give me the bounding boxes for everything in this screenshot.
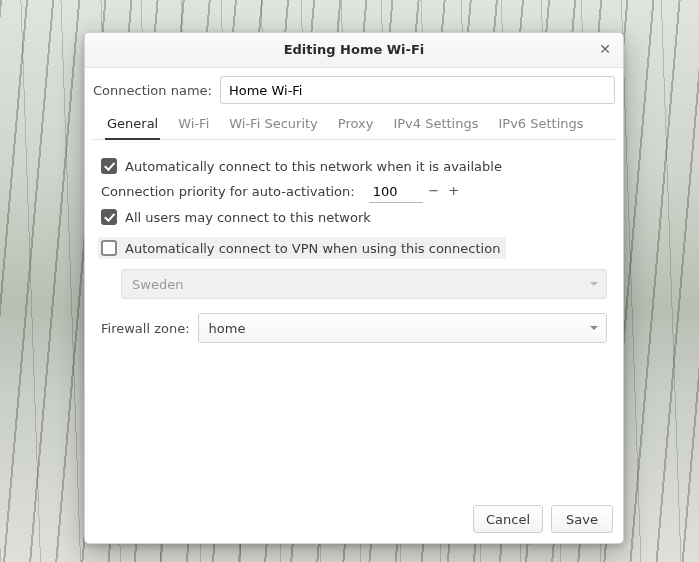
dialog-footer: Cancel Save — [85, 497, 623, 543]
priority-stepper: − + — [369, 180, 463, 203]
auto-connect-checkbox[interactable] — [101, 158, 117, 174]
plus-icon: + — [448, 183, 459, 198]
vpn-select: Sweden — [121, 269, 607, 299]
titlebar: Editing Home Wi-Fi ✕ — [85, 33, 623, 68]
priority-decrement[interactable]: − — [425, 183, 443, 201]
vpn-auto-row: Automatically connect to VPN when using … — [98, 237, 506, 259]
window-title: Editing Home Wi-Fi — [284, 42, 425, 57]
minus-icon: − — [428, 183, 439, 198]
firewall-select-value: home — [209, 321, 246, 336]
caret-down-icon — [590, 282, 598, 286]
save-button[interactable]: Save — [551, 505, 613, 533]
cancel-button[interactable]: Cancel — [473, 505, 543, 533]
tab-ipv4[interactable]: IPv4 Settings — [391, 110, 480, 140]
tab-wifi[interactable]: Wi-Fi — [176, 110, 211, 140]
firewall-row: Firewall zone: home — [101, 313, 607, 343]
network-editor-dialog: Editing Home Wi-Fi ✕ Connection name: Ge… — [84, 32, 624, 544]
priority-row: Connection priority for auto-activation:… — [101, 180, 607, 203]
vpn-select-value: Sweden — [132, 277, 183, 292]
priority-label: Connection priority for auto-activation: — [101, 184, 355, 199]
connection-name-row: Connection name: — [93, 76, 615, 104]
caret-down-icon — [590, 326, 598, 330]
tab-page-general: Automatically connect to this network wh… — [93, 140, 615, 495]
firewall-select[interactable]: home — [198, 313, 607, 343]
tab-proxy[interactable]: Proxy — [336, 110, 376, 140]
tab-bar: General Wi-Fi Wi-Fi Security Proxy IPv4 … — [93, 110, 615, 140]
tab-ipv6[interactable]: IPv6 Settings — [497, 110, 586, 140]
firewall-label: Firewall zone: — [101, 321, 190, 336]
vpn-auto-checkbox[interactable] — [101, 240, 117, 256]
spacer — [101, 349, 607, 489]
vpn-select-row: Sweden — [121, 269, 607, 299]
connection-name-input[interactable] — [220, 76, 615, 104]
close-button[interactable]: ✕ — [593, 37, 617, 61]
close-icon: ✕ — [599, 41, 611, 57]
auto-connect-row: Automatically connect to this network wh… — [101, 158, 607, 174]
all-users-row: All users may connect to this network — [101, 209, 607, 225]
auto-connect-label: Automatically connect to this network wh… — [125, 159, 502, 174]
dialog-content: Connection name: General Wi-Fi Wi-Fi Sec… — [85, 68, 623, 497]
priority-increment[interactable]: + — [445, 183, 463, 201]
tab-general[interactable]: General — [105, 110, 160, 140]
desktop-wallpaper: Editing Home Wi-Fi ✕ Connection name: Ge… — [0, 0, 699, 562]
tab-wifi-security[interactable]: Wi-Fi Security — [227, 110, 320, 140]
connection-name-label: Connection name: — [93, 83, 212, 98]
vpn-auto-label: Automatically connect to VPN when using … — [125, 241, 500, 256]
priority-input[interactable] — [369, 180, 423, 203]
all-users-label: All users may connect to this network — [125, 210, 371, 225]
all-users-checkbox[interactable] — [101, 209, 117, 225]
